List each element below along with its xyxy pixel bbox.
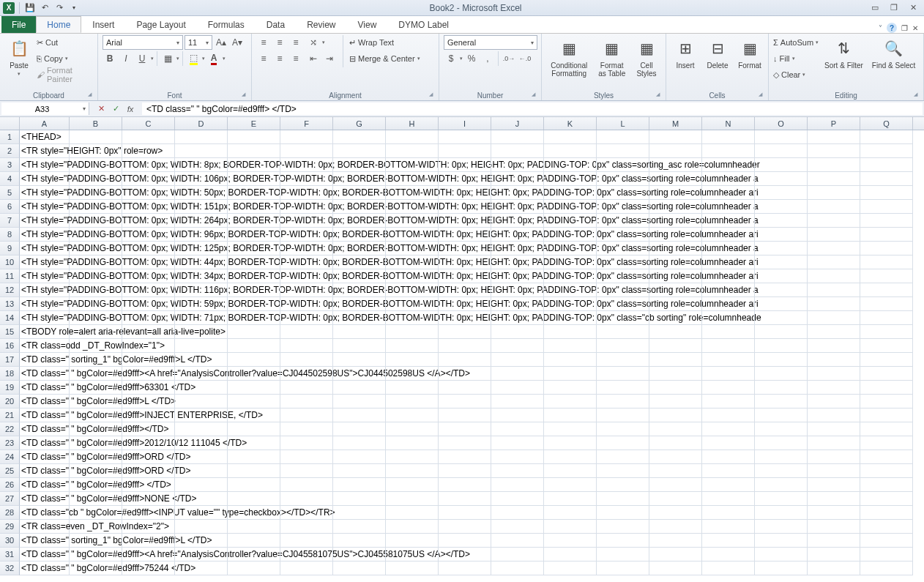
cell[interactable] (228, 214, 280, 228)
cell[interactable] (544, 186, 597, 200)
cell[interactable]: <THEAD> (20, 130, 70, 144)
cell[interactable]: <TBODY role=alert aria-relevant=all aria… (20, 325, 70, 339)
redo-icon[interactable]: ↷ (53, 2, 65, 14)
cell[interactable] (122, 548, 175, 562)
cell[interactable] (649, 381, 702, 395)
paste-button[interactable]: 📋 Paste ▾ (4, 35, 34, 78)
column-header[interactable]: J (491, 117, 544, 130)
cell[interactable] (597, 520, 649, 534)
cell[interactable] (386, 255, 439, 269)
cell[interactable] (702, 367, 755, 381)
cell[interactable] (808, 436, 860, 450)
cell[interactable] (70, 297, 122, 311)
cell[interactable] (439, 144, 491, 158)
cell[interactable] (386, 506, 439, 520)
tab-insert[interactable]: Insert (81, 16, 125, 33)
cell[interactable] (439, 325, 491, 339)
cell[interactable] (649, 395, 702, 408)
tab-review[interactable]: Review (296, 16, 346, 33)
cell[interactable] (649, 311, 702, 325)
cell[interactable] (228, 172, 280, 186)
cell[interactable]: <TH style="PADDING-BOTTOM: 0px; WIDTH: 1… (20, 283, 70, 297)
cell[interactable] (860, 381, 913, 395)
cell[interactable] (228, 534, 280, 548)
tab-dymo-label[interactable]: DYMO Label (387, 16, 460, 33)
cell[interactable] (439, 214, 491, 228)
cell[interactable] (70, 325, 122, 339)
cell[interactable] (333, 395, 386, 408)
cell[interactable] (228, 269, 280, 283)
cell[interactable] (439, 534, 491, 548)
cell[interactable] (702, 144, 755, 158)
cell[interactable] (280, 325, 333, 339)
cell[interactable] (755, 172, 808, 186)
cell[interactable] (333, 408, 386, 422)
cell[interactable] (333, 353, 386, 367)
cell[interactable] (755, 562, 808, 575)
cell[interactable] (649, 367, 702, 381)
cell[interactable] (386, 214, 439, 228)
cell[interactable] (280, 172, 333, 186)
cell[interactable] (280, 562, 333, 575)
cell[interactable] (122, 395, 175, 408)
cell[interactable] (333, 520, 386, 534)
cell[interactable] (280, 283, 333, 297)
cell[interactable] (70, 464, 122, 478)
cell[interactable] (702, 520, 755, 534)
cell[interactable] (860, 311, 913, 325)
cell[interactable] (649, 534, 702, 548)
cell[interactable] (228, 158, 280, 172)
cell[interactable] (597, 186, 649, 200)
cell[interactable] (808, 297, 860, 311)
cell[interactable] (597, 200, 649, 214)
cell[interactable] (755, 269, 808, 283)
cell[interactable] (491, 242, 544, 255)
cell[interactable] (597, 381, 649, 395)
cell[interactable]: <TD class=" " bgColor=#ed9fff> </TD> (20, 478, 70, 492)
cell[interactable] (649, 269, 702, 283)
cell[interactable] (280, 242, 333, 255)
increase-indent-button[interactable]: ⇥ (322, 51, 337, 66)
increase-decimal-button[interactable]: .0→ (502, 51, 516, 66)
cell[interactable] (649, 200, 702, 214)
cell[interactable] (280, 269, 333, 283)
cell[interactable] (755, 186, 808, 200)
cell[interactable] (544, 214, 597, 228)
cell[interactable] (386, 297, 439, 311)
cell[interactable] (122, 255, 175, 269)
find-select-button[interactable]: 🔍Find & Select (869, 35, 918, 71)
cell[interactable] (386, 353, 439, 367)
cell[interactable] (70, 408, 122, 422)
cell[interactable] (544, 269, 597, 283)
cell[interactable] (122, 242, 175, 255)
row-header[interactable]: 31 (0, 548, 20, 562)
cell[interactable] (702, 283, 755, 297)
tab-home[interactable]: Home (36, 16, 81, 33)
cell[interactable] (702, 158, 755, 172)
merge-center-button[interactable]: ⊟Merge & Center▾ (349, 51, 420, 66)
select-all-corner[interactable] (0, 117, 20, 130)
cell[interactable] (860, 450, 913, 464)
row-header[interactable]: 26 (0, 478, 20, 492)
cell[interactable] (333, 548, 386, 562)
restore-icon[interactable]: ❐ (887, 3, 901, 13)
cell[interactable] (808, 548, 860, 562)
cell[interactable] (597, 255, 649, 269)
cell[interactable] (755, 158, 808, 172)
cell[interactable] (333, 130, 386, 144)
cell[interactable] (860, 548, 913, 562)
cell[interactable] (597, 130, 649, 144)
delete-cells-button[interactable]: ⊟Delete (703, 35, 732, 71)
cell[interactable]: <TD class=" " bgColor=#ed9fff>ORD </TD> (20, 464, 70, 478)
window-restore-icon[interactable]: ❐ (901, 24, 908, 32)
cell[interactable] (122, 381, 175, 395)
cell[interactable]: <TD class=" " bgColor=#ed9fff>63301 </TD… (20, 381, 70, 395)
cell[interactable] (280, 506, 333, 520)
cell[interactable]: <TH style="PADDING-BOTTOM: 0px; WIDTH: 9… (20, 228, 70, 242)
cell[interactable] (491, 158, 544, 172)
cell[interactable] (70, 269, 122, 283)
tab-formulas[interactable]: Formulas (197, 16, 256, 33)
row-header[interactable]: 20 (0, 395, 20, 408)
cell[interactable] (122, 158, 175, 172)
cell[interactable] (597, 492, 649, 506)
